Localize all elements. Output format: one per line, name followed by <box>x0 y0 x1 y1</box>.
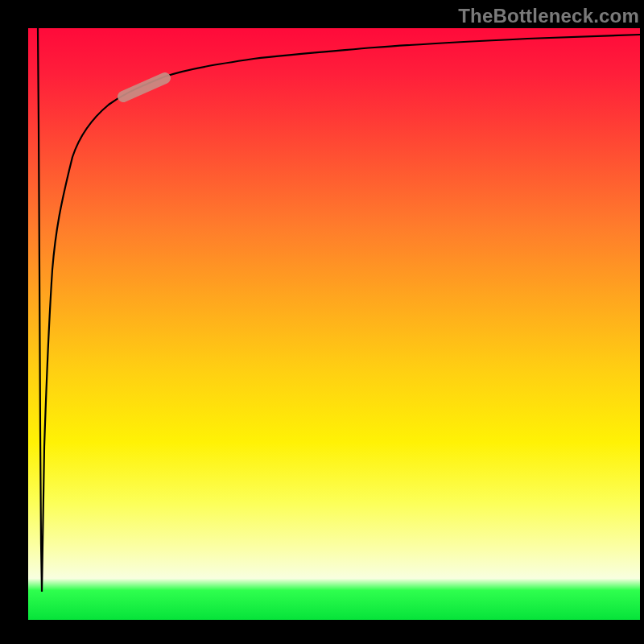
watermark-text: TheBottleneck.com <box>458 5 639 27</box>
chart-stage: TheBottleneck.com <box>0 0 644 644</box>
gradient-plot-area <box>28 28 640 620</box>
